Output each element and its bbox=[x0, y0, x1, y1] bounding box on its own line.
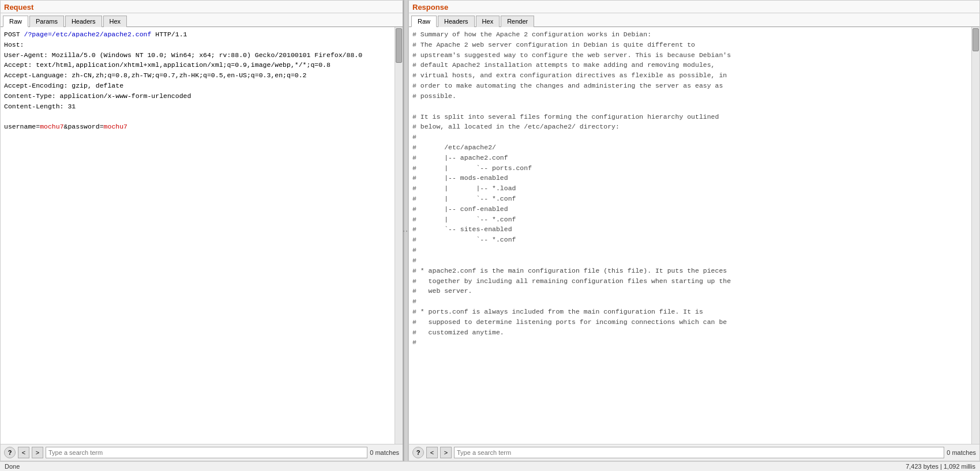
request-match-count: 0 matches bbox=[370, 449, 399, 456]
response-prev-button[interactable]: < bbox=[426, 447, 438, 458]
response-scrollbar-thumb[interactable] bbox=[973, 28, 979, 51]
tab-request-headers[interactable]: Headers bbox=[65, 16, 102, 27]
request-search-bar: ? < > 0 matches bbox=[1, 444, 403, 461]
header-accept-language: Accept-Language: zh-CN,zh;q=0.8,zh-TW;q=… bbox=[4, 71, 307, 79]
response-next-button[interactable]: > bbox=[440, 447, 452, 458]
response-scrollbar[interactable] bbox=[971, 27, 979, 444]
header-user-agent: User-Agent: Mozilla/5.0 (Windows NT 10.0… bbox=[4, 51, 362, 59]
response-search-input[interactable] bbox=[454, 447, 944, 458]
tab-response-hex[interactable]: Hex bbox=[476, 16, 500, 27]
request-title: Request bbox=[1, 1, 403, 13]
response-tabs: Raw Headers Hex Render bbox=[409, 13, 979, 27]
request-method: POST bbox=[4, 31, 24, 38]
header-content-type: Content-Type: application/x-www-form-url… bbox=[4, 92, 191, 100]
response-match-count: 0 matches bbox=[947, 449, 976, 456]
request-help-button[interactable]: ? bbox=[4, 447, 16, 458]
tab-request-hex[interactable]: Hex bbox=[103, 16, 127, 27]
request-search-input[interactable] bbox=[46, 447, 367, 458]
header-accept: Accept: text/html,application/xhtml+xml,… bbox=[4, 61, 331, 69]
tab-response-raw[interactable]: Raw bbox=[411, 16, 437, 27]
status-bar: Done 7,423 bytes | 1,092 millis bbox=[0, 461, 980, 471]
request-tabs: Raw Params Headers Hex bbox=[1, 13, 403, 27]
status-info: 7,423 bytes | 1,092 millis bbox=[906, 463, 975, 470]
header-host: Host: bbox=[4, 41, 76, 48]
tab-request-params[interactable]: Params bbox=[29, 16, 64, 27]
request-prev-button[interactable]: < bbox=[18, 447, 29, 458]
request-scrollbar-thumb[interactable] bbox=[396, 28, 402, 63]
response-help-button[interactable]: ? bbox=[412, 447, 424, 458]
request-next-button[interactable]: > bbox=[32, 447, 43, 458]
response-content-area: # Summary of how the Apache 2 configurat… bbox=[409, 27, 971, 444]
response-body: # Summary of how the Apache 2 configurat… bbox=[412, 29, 968, 348]
response-title: Response bbox=[409, 1, 979, 13]
response-search-bar: ? < > 0 matches bbox=[409, 444, 979, 461]
tab-response-render[interactable]: Render bbox=[501, 16, 534, 27]
post-data: username=mochu7&password=mochu7 bbox=[4, 123, 127, 130]
panel-divider[interactable]: ⋮ bbox=[404, 0, 408, 461]
status-done: Done bbox=[5, 463, 20, 470]
request-scrollbar[interactable] bbox=[395, 27, 403, 444]
header-accept-encoding: Accept-Encoding: gzip, deflate bbox=[4, 82, 123, 89]
tab-request-raw[interactable]: Raw bbox=[3, 16, 28, 27]
request-path: /?page=/etc/apache2/apache2.conf bbox=[24, 31, 152, 38]
header-content-length: Content-Length: 31 bbox=[4, 103, 76, 110]
tab-response-headers[interactable]: Headers bbox=[438, 16, 475, 27]
request-content-area: POST /?page=/etc/apache2/apache2.conf HT… bbox=[1, 27, 395, 444]
